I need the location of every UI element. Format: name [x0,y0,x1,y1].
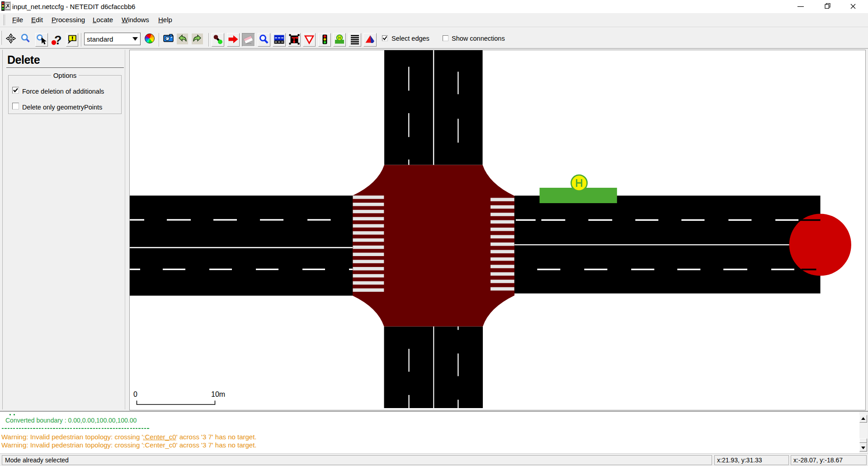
svg-text:?: ? [54,33,62,46]
svg-text:0: 0 [133,390,137,398]
svg-text:10m: 10m [211,390,225,398]
